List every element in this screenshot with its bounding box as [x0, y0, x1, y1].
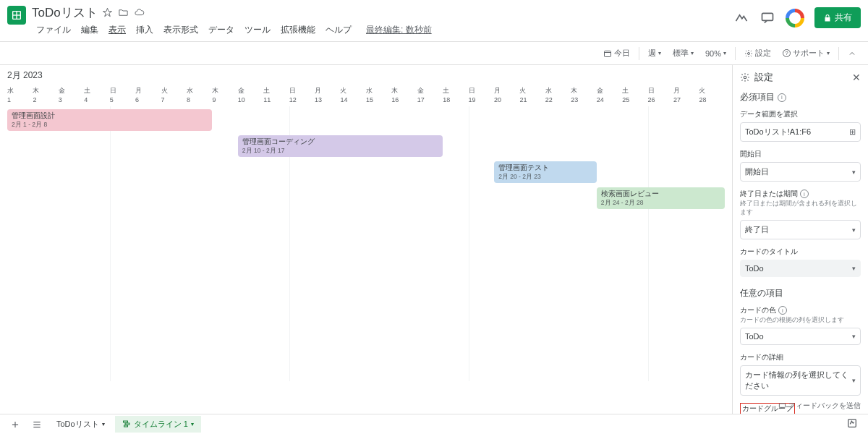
view-mode-select[interactable]: 週 ▾ — [644, 46, 665, 61]
settings-button[interactable]: 設定 — [740, 46, 775, 61]
info-icon[interactable]: i — [800, 190, 809, 198]
optional-section-header: 任意の項目 — [740, 287, 861, 299]
end-date-select[interactable]: 終了日 ▾ — [740, 220, 861, 239]
separator — [639, 47, 639, 60]
day-column: 土4 — [84, 86, 109, 103]
svg-rect-14 — [123, 421, 127, 422]
info-icon[interactable]: i — [778, 93, 786, 102]
today-button[interactable]: 今日 — [599, 46, 634, 61]
settings-panel: 設定 ✕ 必須項目 i データ範囲を選択 ToDoリスト!A1:F6 ⊞ 開始日… — [732, 65, 868, 414]
menu-view[interactable]: 表示 — [104, 22, 130, 38]
caret-down-icon: ▾ — [102, 421, 105, 427]
gridline — [110, 106, 111, 381]
feedback-link[interactable]: フィードバックを送信 — [778, 401, 861, 411]
grid-area: 管理画面設計2月 1 - 2月 8管理画面コーディング2月 10 - 2月 17… — [7, 106, 725, 381]
day-column: 金24 — [597, 86, 622, 103]
comment-icon[interactable] — [760, 10, 775, 26]
card-color-hint: カードの色の根拠の列を選択します — [740, 316, 861, 325]
week-label: 週 — [648, 48, 656, 59]
settings-panel-title: 設定 — [740, 71, 773, 84]
sheet-tab-todo[interactable]: ToDoリスト ▾ — [49, 416, 112, 433]
timeline-toolbar: 今日 週 ▾ 標準 ▾ 90% ▾ 設定 ? サポート ▾ — [0, 42, 868, 65]
menu-file[interactable]: ファイル — [32, 22, 75, 38]
required-section-header: 必須項目 i — [740, 91, 861, 103]
menu-help[interactable]: ヘルプ — [321, 22, 356, 38]
start-date-select[interactable]: 開始日 ▾ — [740, 162, 861, 182]
svg-rect-3 — [762, 13, 773, 20]
close-panel-button[interactable]: ✕ — [852, 72, 861, 83]
caret-down-icon: ▾ — [852, 265, 856, 272]
day-column: 月6 — [135, 86, 161, 103]
explore-button[interactable] — [842, 415, 862, 433]
day-column: 水8 — [187, 86, 212, 103]
card-detail-select[interactable]: カード情報の列を選択してください ▾ — [740, 365, 861, 396]
cloud-status-icon[interactable] — [134, 7, 145, 19]
sheets-logo[interactable] — [7, 6, 26, 25]
sheet-tab-label: タイムライン 1 — [134, 419, 188, 430]
caret-down-icon: ▾ — [191, 421, 194, 427]
day-column: 火14 — [340, 86, 365, 103]
svg-rect-15 — [125, 423, 129, 425]
sheet-tab-timeline[interactable]: タイムライン 1 ▾ — [115, 416, 201, 433]
day-column: 日19 — [469, 86, 494, 103]
caret-down-icon: ▾ — [852, 333, 856, 340]
required-header-text: 必須項目 — [740, 91, 775, 103]
zoom-select[interactable]: 90% ▾ — [701, 47, 731, 60]
day-column: 水22 — [545, 86, 571, 103]
menu-extensions[interactable]: 拡張機能 — [276, 22, 320, 38]
last-edit-link[interactable]: 最終編集: 数秒前 — [362, 22, 436, 38]
day-column: 月13 — [315, 86, 340, 103]
separator — [838, 47, 839, 60]
title-area: ToDoリスト ファイル 編集 表示 挿入 表示形式 データ ツール 拡張機能 … — [32, 4, 733, 38]
data-range-field[interactable]: ToDoリスト!A1:F6 ⊞ — [740, 122, 861, 142]
menu-data[interactable]: データ — [204, 22, 239, 38]
card-color-label-text: カードの色 — [740, 305, 776, 315]
timeline-task[interactable]: 管理画面テスト2月 20 - 2月 23 — [494, 161, 597, 183]
timeline-task[interactable]: 管理画面設計2月 1 - 2月 8 — [7, 109, 212, 131]
day-column: 日5 — [110, 86, 135, 103]
card-title-select[interactable]: ToDo ▾ — [740, 260, 861, 277]
info-icon[interactable]: i — [778, 306, 787, 315]
day-column: 木2 — [33, 86, 58, 103]
density-select[interactable]: 標準 ▾ — [668, 46, 698, 61]
svg-point-6 — [748, 52, 750, 54]
end-date-value: 終了日 — [745, 224, 769, 235]
star-icon[interactable] — [102, 7, 114, 19]
card-color-select[interactable]: ToDo ▾ — [740, 328, 861, 345]
end-date-label: 終了日または期間 i — [740, 189, 861, 199]
timeline-area: 2月 2023 水1木2金3土4日5月6火7水8木9金10土11日12月13火1… — [0, 65, 732, 414]
timeline-task[interactable]: 管理画面コーディング2月 10 - 2月 17 — [238, 135, 443, 157]
menu-insert[interactable]: 挿入 — [132, 22, 158, 38]
start-date-value: 開始日 — [745, 166, 769, 177]
content-wrap: 2月 2023 水1木2金3土4日5月6火7水8木9金10土11日12月13火1… — [0, 65, 868, 414]
add-sheet-button[interactable] — [6, 417, 25, 432]
support-button[interactable]: ? サポート ▾ — [778, 46, 834, 61]
meet-icon[interactable] — [786, 9, 804, 27]
share-button[interactable]: 共有 — [814, 7, 861, 28]
all-sheets-button[interactable] — [27, 417, 46, 432]
data-range-value: ToDoリスト!A1:F6 — [745, 127, 811, 137]
app-header: ToDoリスト ファイル 編集 表示 挿入 表示形式 データ ツール 拡張機能 … — [0, 0, 868, 42]
day-header: 水1木2金3土4日5月6火7水8木9金10土11日12月13火14水15木16金… — [0, 86, 732, 103]
gridline — [469, 106, 469, 381]
sheet-tab-label: ToDoリスト — [56, 419, 99, 430]
menu-edit[interactable]: 編集 — [77, 22, 103, 38]
move-folder-icon[interactable] — [118, 7, 129, 19]
caret-down-icon: ▾ — [852, 226, 856, 234]
day-column: 火7 — [161, 86, 187, 103]
day-column: 火21 — [519, 86, 545, 103]
timeline-task[interactable]: 検索画面レビュー2月 24 - 2月 28 — [597, 187, 725, 209]
share-button-label: 共有 — [835, 12, 852, 24]
doc-title[interactable]: ToDoリスト — [32, 4, 98, 21]
menu-format[interactable]: 表示形式 — [159, 22, 203, 38]
day-column: 土25 — [622, 86, 647, 103]
activity-icon[interactable] — [733, 10, 749, 26]
card-title-value: ToDo — [745, 264, 764, 273]
collapse-panel-button[interactable] — [843, 47, 861, 60]
svg-point-7 — [744, 76, 746, 79]
card-detail-value: カード情報の列を選択してください — [745, 370, 852, 391]
menubar: ファイル 編集 表示 挿入 表示形式 データ ツール 拡張機能 ヘルプ 最終編集… — [32, 22, 733, 38]
day-column: 月27 — [673, 86, 699, 103]
menu-tools[interactable]: ツール — [240, 22, 275, 38]
day-column: 木16 — [391, 86, 417, 103]
